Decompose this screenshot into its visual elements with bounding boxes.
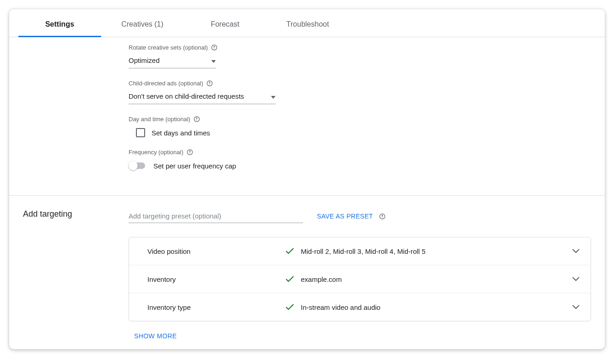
targeting-section: Add targeting SAVE AS PRESET Video posit… — [9, 196, 605, 340]
save-as-preset-label: SAVE AS PRESET — [317, 213, 373, 220]
tab-settings[interactable]: Settings — [18, 9, 101, 37]
help-icon[interactable] — [378, 213, 386, 220]
check-icon — [285, 274, 294, 284]
targeting-row-value: In-stream video and audio — [301, 303, 572, 311]
targeting-card: Video position Mid-roll 2, Mid-roll 3, M… — [129, 237, 591, 321]
chevron-down-icon — [572, 303, 580, 311]
targeting-preset-input[interactable] — [129, 209, 303, 223]
rotate-creative-group: Rotate creative sets (optional) Optimize… — [129, 44, 591, 68]
chevron-down-icon — [572, 247, 580, 255]
tab-bar: Settings Creatives (1) Forecast Troubles… — [9, 9, 605, 37]
child-directed-select[interactable]: Don't serve on child-directed requests — [129, 90, 276, 104]
targeting-title: Add targeting — [23, 209, 129, 340]
caret-down-icon — [271, 92, 276, 100]
caret-down-icon — [211, 56, 216, 64]
frequency-label: Frequency (optional) — [129, 149, 183, 156]
tab-creatives[interactable]: Creatives (1) — [101, 9, 184, 37]
chevron-down-icon — [572, 275, 580, 283]
save-as-preset-button[interactable]: SAVE AS PRESET — [317, 213, 386, 220]
targeting-row-value: Mid-roll 2, Mid-roll 3, Mid-roll 4, Mid-… — [301, 247, 572, 255]
show-more-button[interactable]: SHOW MORE — [134, 332, 177, 340]
frequency-toggle-label: Set per user frequency cap — [153, 162, 236, 170]
settings-panel: Settings Creatives (1) Forecast Troubles… — [9, 9, 605, 349]
day-time-checkbox[interactable] — [136, 128, 145, 137]
rotate-creative-label: Rotate creative sets (optional) — [129, 44, 208, 51]
help-icon[interactable] — [193, 115, 200, 123]
targeting-row-label: Inventory — [147, 275, 285, 283]
targeting-row-inventory[interactable]: Inventory example.com — [129, 265, 591, 293]
child-directed-group: Child-directed ads (optional) Don't serv… — [129, 79, 591, 104]
targeting-row-inventory-type[interactable]: Inventory type In-stream video and audio — [129, 293, 591, 321]
targeting-row-video-position[interactable]: Video position Mid-roll 2, Mid-roll 3, M… — [129, 237, 591, 265]
tab-forecast[interactable]: Forecast — [184, 9, 266, 37]
check-icon — [285, 246, 294, 256]
day-time-group: Day and time (optional) Set days and tim… — [129, 115, 591, 137]
help-icon[interactable] — [186, 148, 193, 156]
help-icon[interactable] — [211, 44, 218, 51]
child-directed-label: Child-directed ads (optional) — [129, 80, 203, 87]
preset-row: SAVE AS PRESET — [129, 209, 591, 223]
frequency-toggle[interactable] — [129, 161, 147, 170]
targeting-row-value: example.com — [301, 275, 572, 283]
tab-troubleshoot[interactable]: Troubleshoot — [266, 9, 349, 37]
rotate-creative-select[interactable]: Optimized — [129, 55, 216, 68]
targeting-row-label: Inventory type — [147, 303, 285, 311]
settings-content: Rotate creative sets (optional) Optimize… — [9, 37, 605, 181]
targeting-row-label: Video position — [147, 247, 285, 255]
rotate-creative-value: Optimized — [129, 56, 160, 64]
child-directed-value: Don't serve on child-directed requests — [129, 92, 244, 100]
day-time-label: Day and time (optional) — [129, 116, 190, 123]
day-time-checkbox-label: Set days and times — [152, 129, 210, 137]
help-icon[interactable] — [206, 79, 214, 87]
check-icon — [285, 302, 294, 312]
frequency-group: Frequency (optional) Set per user freque… — [129, 148, 591, 170]
